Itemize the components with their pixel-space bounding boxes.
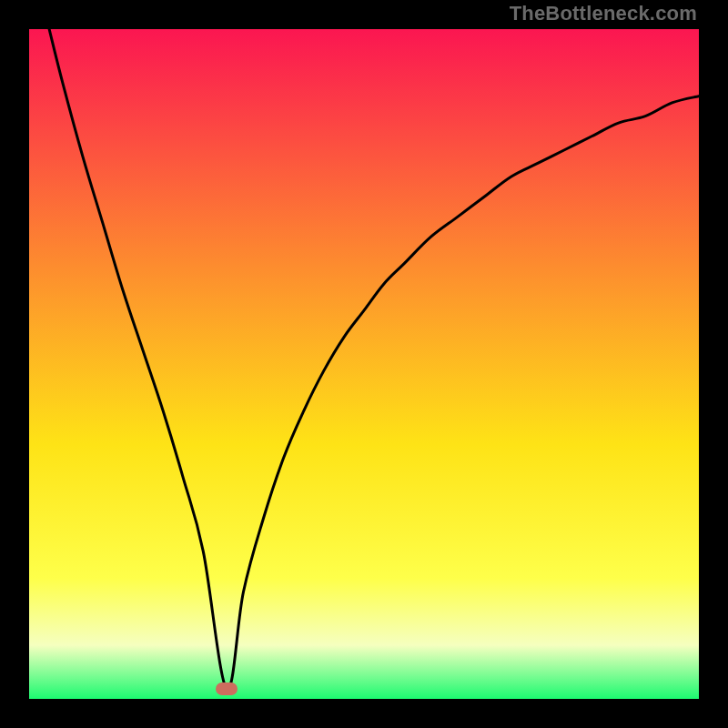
watermark-text: TheBottleneck.com	[510, 2, 697, 25]
bottleneck-curve	[29, 29, 699, 699]
minimum-marker	[216, 682, 238, 695]
chart-frame: TheBottleneck.com	[0, 0, 728, 728]
plot-area	[29, 29, 699, 699]
